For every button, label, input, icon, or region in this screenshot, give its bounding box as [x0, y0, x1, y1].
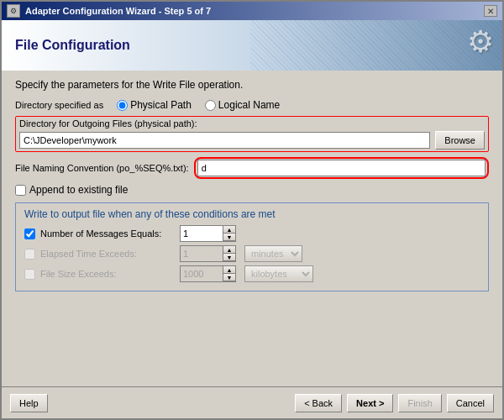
append-checkbox[interactable]	[15, 185, 26, 196]
elapsed-spinner-buttons: ▲ ▼	[223, 246, 235, 261]
elapsed-unit-select[interactable]: minutes hours seconds	[244, 245, 302, 262]
page-title: File Configuration	[15, 38, 130, 53]
elapsed-checkbox[interactable]	[24, 249, 35, 260]
back-button[interactable]: < Back	[295, 394, 342, 412]
append-label: Append to existing file	[29, 184, 128, 196]
logical-name-radio[interactable]	[205, 100, 216, 111]
naming-label: File Naming Convention (po_%SEQ%.txt):	[15, 163, 189, 173]
num-messages-up-button[interactable]: ▲	[223, 226, 235, 234]
gear-icon: ⚙	[467, 24, 494, 60]
elapsed-label: Elapsed Time Exceeds:	[40, 249, 175, 259]
title-bar-left: ⚙ Adapter Configuration Wizard - Step 5 …	[7, 4, 211, 18]
naming-input[interactable]	[197, 160, 486, 176]
directory-group: Directory for Outgoing Files (physical p…	[15, 116, 489, 152]
window-title: Adapter Configuration Wizard - Step 5 of…	[25, 6, 211, 16]
app-icon: ⚙	[7, 4, 20, 18]
append-row: Append to existing file	[15, 184, 489, 196]
content-area: Specify the parameters for the Write Fil…	[2, 71, 502, 386]
logical-name-option[interactable]: Logical Name	[205, 99, 280, 111]
physical-path-radio[interactable]	[117, 100, 128, 111]
filesize-spinner-buttons: ▲ ▼	[223, 266, 235, 281]
logical-name-label: Logical Name	[218, 99, 280, 111]
footer-buttons: < Back Next > Finish Cancel	[295, 394, 494, 412]
num-messages-spinner-buttons: ▲ ▼	[223, 226, 235, 241]
elapsed-row: Elapsed Time Exceeds: ▲ ▼ minutes hours …	[24, 245, 480, 262]
naming-row: File Naming Convention (po_%SEQ%.txt):	[15, 157, 489, 179]
header-dots-decoration	[250, 20, 502, 71]
elapsed-spinner: ▲ ▼	[180, 245, 236, 262]
next-button[interactable]: Next >	[347, 394, 393, 412]
instruction-text: Specify the parameters for the Write Fil…	[15, 79, 489, 91]
directory-input-row: Browse	[19, 131, 485, 150]
filesize-checkbox[interactable]	[24, 269, 35, 280]
header-banner: File Configuration ⚙	[2, 20, 502, 71]
directory-input[interactable]	[19, 132, 430, 149]
num-messages-label: Number of Messages Equals:	[40, 228, 175, 239]
directory-as-label: Directory specified as	[15, 100, 103, 110]
conditions-title: Write to output file when any of these c…	[24, 208, 480, 220]
num-messages-input[interactable]	[181, 226, 223, 241]
filesize-up-button[interactable]: ▲	[223, 266, 235, 274]
browse-button[interactable]: Browse	[435, 131, 485, 150]
num-messages-checkbox[interactable]	[24, 228, 35, 239]
num-messages-spinner: ▲ ▼	[180, 225, 236, 242]
help-button[interactable]: Help	[10, 394, 48, 412]
close-button[interactable]: ✕	[484, 5, 497, 17]
footer: Help < Back Next > Finish Cancel	[2, 386, 502, 418]
filesize-input[interactable]	[181, 266, 223, 281]
directory-group-label: Directory for Outgoing Files (physical p…	[19, 118, 485, 129]
physical-path-option[interactable]: Physical Path	[117, 99, 192, 111]
num-messages-row: Number of Messages Equals: ▲ ▼	[24, 225, 480, 242]
filesize-row: File Size Exceeds: ▲ ▼ kilobytes megabyt…	[24, 265, 480, 282]
title-bar: ⚙ Adapter Configuration Wizard - Step 5 …	[2, 2, 502, 20]
filesize-label: File Size Exceeds:	[40, 269, 175, 279]
cancel-button[interactable]: Cancel	[447, 394, 494, 412]
finish-button[interactable]: Finish	[398, 394, 441, 412]
physical-path-label: Physical Path	[130, 99, 192, 111]
elapsed-input[interactable]	[181, 246, 223, 261]
filesize-down-button[interactable]: ▼	[223, 274, 235, 281]
num-messages-down-button[interactable]: ▼	[223, 234, 235, 241]
filesize-unit-select[interactable]: kilobytes megabytes	[244, 265, 313, 282]
elapsed-up-button[interactable]: ▲	[223, 246, 235, 254]
directory-type-group: Directory specified as Physical Path Log…	[15, 99, 489, 111]
filesize-spinner: ▲ ▼	[180, 265, 236, 282]
conditions-group: Write to output file when any of these c…	[15, 202, 489, 291]
wizard-window: ⚙ Adapter Configuration Wizard - Step 5 …	[0, 0, 504, 420]
elapsed-down-button[interactable]: ▼	[223, 254, 235, 261]
